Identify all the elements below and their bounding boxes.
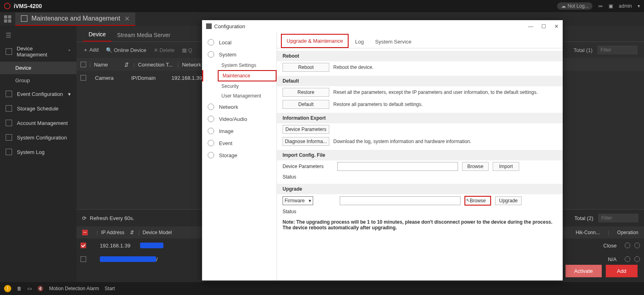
nav-sub-label: Group [15,77,30,83]
firmware-select[interactable]: Firmware▾ [283,196,313,205]
btn-label: Upgrade [499,198,518,204]
nav-system-log[interactable]: System Log [0,145,76,159]
row-checkbox-checked[interactable] [80,243,86,248]
op-icon[interactable] [625,256,630,262]
row-checkbox[interactable] [80,256,86,262]
cloud-login-button[interactable]: ☁ Not Log... [557,2,592,10]
chevron-down-icon[interactable]: ▾ [638,3,640,9]
nav-event-config[interactable]: Event Configuration▾ [0,87,76,101]
dialog-icon [206,23,212,29]
upgrade-note: Note: The upgrading process will be 1 to… [277,216,563,234]
default-button[interactable]: Default [283,100,329,109]
refresh-icon[interactable]: ⟳ [82,215,87,221]
nav-sub-group[interactable]: Group [0,74,76,87]
btn-label: Device Parameters [285,127,326,132]
nav-sub-device[interactable]: Device [0,62,76,74]
op-icon[interactable] [634,243,640,248]
grid-icon[interactable] [4,15,11,23]
btn-label: Diagnose Informa... [285,139,327,144]
nav-image[interactable]: Image [202,125,277,137]
nav-event[interactable]: Event [202,137,277,149]
restore-desc: Reset all the parameters, except the IP … [333,89,538,95]
top-right-controls: ☁ Not Log... ≔ ▣ admin ▾ [557,2,640,10]
browse-button[interactable]: Browse [462,162,489,171]
btn-label: Online Device [114,47,147,53]
upgrade-path-input[interactable] [340,196,460,205]
sort-icon[interactable]: ⇵ [124,62,130,68]
qr-icon[interactable]: ▦ Q [182,47,192,53]
popup-icon[interactable]: ▭ [27,286,32,291]
restore-button[interactable]: Restore [283,88,329,97]
tab-stream-media[interactable]: Stream Media Server [111,29,176,42]
minimize-icon[interactable]: — [528,23,533,29]
nav-system-config[interactable]: System Configuration [0,130,76,145]
op-icon[interactable] [634,256,640,262]
nav-network[interactable]: Network [202,101,277,113]
add-button[interactable]: ＋ Add [83,46,99,54]
user-label[interactable]: admin [619,3,632,9]
import-path-input[interactable] [337,162,458,171]
nav-local[interactable]: Local [202,36,277,48]
import-button[interactable]: Import [493,162,519,171]
nav-account[interactable]: Account Management [0,116,76,130]
cell-ip: 192.168.1.39 [100,243,140,249]
nav-video-audio[interactable]: Video/Audio [202,113,277,125]
nav-maintenance[interactable]: Maintenance [218,70,277,81]
calendar-icon [208,140,214,146]
col-ip[interactable]: IP Address [98,230,130,235]
tab-device[interactable]: Device [83,28,111,42]
sort-icon[interactable]: ⇵ [130,230,134,235]
diagnose-info-button[interactable]: Diagnose Informa... [283,137,329,146]
nav-user-management[interactable]: User Management [202,91,277,101]
filter-input[interactable] [597,46,638,54]
col-model[interactable]: Device Model [139,230,172,235]
nav-storage-schedule[interactable]: Storage Schedule [0,101,76,116]
reboot-button[interactable]: Reboot [283,63,329,72]
delete-icon: ✕ [154,47,158,53]
delete-button[interactable]: ✕ Delete [154,47,175,53]
deselect-all-icon[interactable]: – [82,230,88,235]
nav-storage[interactable]: Storage [202,149,277,161]
picture-icon[interactable]: ▣ [609,3,613,9]
nav-label: Event Configuration [17,91,63,97]
select-all-checkbox[interactable] [80,62,86,67]
add-button[interactable]: Add [606,265,638,277]
filter-input-bottom[interactable] [598,214,638,222]
nav-label: Account Management [17,120,68,126]
tab-system-service[interactable]: System Service [370,35,416,48]
total-label: Total (1) [574,47,592,53]
image-icon [208,128,214,134]
col-operation[interactable]: Operation [617,230,638,235]
import-status-label: Status [283,174,296,180]
active-tab[interactable]: Maintenance and Management ✕ [15,12,135,26]
upgrade-browse-button[interactable]: ↖ Browse [464,196,491,206]
nav-security[interactable]: Security [202,81,277,91]
online-device-button[interactable]: 🔍 Online Device [106,47,147,53]
col-name[interactable]: Name [94,62,124,68]
nav-label: Storage Schedule [17,106,58,112]
mute-icon[interactable]: 🔇 [37,286,43,291]
tab-log[interactable]: Log [350,35,369,48]
maximize-icon[interactable]: ☐ [541,23,546,29]
nav-device-management[interactable]: Device Management ˄ [0,42,76,62]
cell-model-redacted [140,243,163,248]
tab-upgrade-maintenance[interactable]: Upgrade & Maintenance [281,34,349,48]
col-hik[interactable]: Hik-Conn... [576,230,600,235]
row-checkbox[interactable] [80,75,86,81]
close-icon[interactable]: ✕ [124,15,130,23]
device-parameters-button[interactable]: Device Parameters [283,125,329,134]
list-icon[interactable]: ≔ [598,3,603,9]
trash-icon[interactable]: 🗑 [17,286,22,291]
col-connection[interactable]: Connection T... [138,62,174,68]
tab-icon [21,15,27,22]
warning-icon[interactable]: ! [4,285,11,292]
nav-system[interactable]: System [202,48,277,60]
op-icon[interactable] [625,243,630,248]
activate-button[interactable]: Activate [566,265,602,277]
refresh-label: Refresh Every 60s. [90,215,134,221]
hamburger-icon[interactable]: ☰ [0,29,76,42]
nav-system-settings[interactable]: System Settings [202,60,277,70]
close-icon[interactable]: ✕ [554,23,559,29]
titlebar: iVMS-4200 ☁ Not Log... ≔ ▣ admin ▾ [0,0,644,12]
upgrade-button[interactable]: Upgrade [495,196,522,205]
